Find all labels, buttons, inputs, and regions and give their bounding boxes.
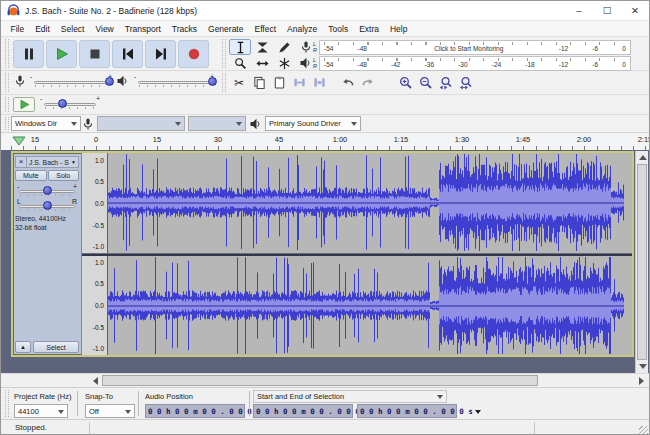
selection-tool-button[interactable] <box>229 39 251 55</box>
collapse-track-button[interactable]: ▲ <box>15 341 31 353</box>
menu-edit[interactable]: Edit <box>30 24 56 34</box>
selection-end-field[interactable]: 0 0 h 0 0 m 0 0 . 0 0 0 s <box>357 404 457 418</box>
close-button[interactable]: ✕ <box>621 1 649 20</box>
toolbar-grip[interactable] <box>5 390 9 417</box>
menu-analyze[interactable]: Analyze <box>282 24 323 34</box>
toolbar-grip[interactable] <box>5 39 9 68</box>
playback-volume-slider[interactable]: - + <box>133 75 215 88</box>
selection-start-field[interactable]: 0 0 h 0 0 m 0 0 . 0 0 0 s <box>253 404 353 418</box>
toolbar-grip[interactable] <box>5 117 9 130</box>
copy-button[interactable] <box>249 73 269 92</box>
toolbar-grip[interactable] <box>222 39 226 68</box>
play-button[interactable] <box>46 40 77 68</box>
zoom-tool-button[interactable] <box>229 55 251 71</box>
separator <box>77 391 78 416</box>
skip-to-start-button[interactable] <box>112 40 143 68</box>
menu-select[interactable]: Select <box>55 24 90 34</box>
slider-thumb[interactable] <box>58 99 67 108</box>
skip-to-end-button[interactable] <box>145 40 176 68</box>
menu-help[interactable]: Help <box>384 24 412 34</box>
playback-device-select[interactable]: Primary Sound Driver <box>265 116 361 131</box>
menu-file[interactable]: File <box>5 24 30 34</box>
slider-thumb[interactable] <box>43 201 52 210</box>
right-waveform[interactable] <box>108 256 632 356</box>
zoom-out-button[interactable] <box>416 73 436 92</box>
undo-button[interactable] <box>338 73 358 92</box>
menu-effect[interactable]: Effect <box>249 24 282 34</box>
toolbar-grip[interactable] <box>222 73 226 92</box>
field-dropdown-icon[interactable] <box>475 410 481 417</box>
toolbar-grip[interactable] <box>5 97 9 112</box>
zoom-in-button[interactable] <box>396 73 416 92</box>
draw-tool-button[interactable] <box>273 39 295 55</box>
redo-button[interactable] <box>358 73 378 92</box>
pause-button[interactable] <box>13 40 44 68</box>
audio-position-field[interactable]: 0 0 h 0 0 m 0 0 . 0 0 0 s <box>145 404 245 418</box>
audio-host-select[interactable]: Windows Dir <box>11 116 81 131</box>
selection-mode-select[interactable]: Start and End of Selection <box>253 390 447 403</box>
recording-channels-select[interactable] <box>188 116 246 131</box>
solo-button[interactable]: Solo <box>48 170 80 181</box>
envelope-tool-button[interactable] <box>251 39 273 55</box>
snap-to-select[interactable]: Off <box>85 404 135 418</box>
vertical-ruler[interactable]: 1.00.50.0-0.5-1.0 <box>82 256 108 356</box>
trim-audio-button[interactable] <box>289 73 309 92</box>
vertical-scroll-thumb[interactable] <box>637 164 647 360</box>
left-waveform-canvas[interactable] <box>108 153 632 252</box>
horizontal-scroll-thumb[interactable] <box>102 375 538 386</box>
stop-button[interactable] <box>79 40 110 68</box>
gain-slider[interactable]: - + <box>15 183 79 196</box>
maximize-button[interactable]: ☐ <box>593 1 621 20</box>
menu-tools[interactable]: Tools <box>323 24 354 34</box>
track-title[interactable]: J.S. Bach - S <box>27 159 71 166</box>
vertical-ruler[interactable]: 1.00.50.0-0.5-1.0 <box>82 153 108 253</box>
select-track-button[interactable]: Select <box>33 341 79 353</box>
timeline-ruler[interactable]: 1501530451:001:151:301:452:002:15 <box>1 133 649 151</box>
zoom-selection-button[interactable] <box>436 73 456 92</box>
audio-track[interactable]: × J.S. Bach - S ▼ Mute Solo - + L <box>11 151 634 357</box>
menu-generate[interactable]: Generate <box>203 24 249 34</box>
recording-device-select[interactable] <box>97 116 185 131</box>
vertical-scrollbar[interactable] <box>635 151 648 373</box>
scroll-up-button[interactable] <box>636 151 649 164</box>
vruler-label: 0.0 <box>95 199 104 206</box>
project-rate-select[interactable]: 44100 <box>14 404 68 418</box>
toolbar-grip[interactable] <box>5 73 9 92</box>
resize-grip[interactable] <box>639 426 648 435</box>
right-waveform-canvas[interactable] <box>108 256 632 355</box>
timeline-options-icon[interactable] <box>12 136 26 146</box>
chevron-down-icon <box>351 122 357 129</box>
playback-meter[interactable]: LR -54-48-42-36-30-24-18-12-60 <box>299 55 631 71</box>
menu-tracks[interactable]: Tracks <box>166 24 202 34</box>
recording-meter[interactable]: LR -54-48-42-36-30-24-18-12-60 Click to … <box>299 39 631 55</box>
slider-thumb[interactable] <box>105 77 114 86</box>
play-at-speed-button[interactable] <box>13 97 35 112</box>
timeshift-tool-button[interactable] <box>251 55 273 71</box>
menu-transport[interactable]: Transport <box>119 24 166 34</box>
left-waveform[interactable] <box>108 153 632 253</box>
menu-view[interactable]: View <box>90 24 119 34</box>
menu-extra[interactable]: Extra <box>354 24 385 34</box>
scroll-down-button[interactable] <box>636 360 649 373</box>
recording-volume-slider[interactable]: - + <box>29 75 113 88</box>
mute-button[interactable]: Mute <box>15 170 47 181</box>
horizontal-scrollbar[interactable] <box>1 373 649 387</box>
slider-thumb[interactable] <box>208 77 217 86</box>
track-close-button[interactable]: × <box>16 157 27 167</box>
minimize-button[interactable]: – <box>565 1 593 20</box>
slider-thumb[interactable] <box>43 186 52 195</box>
scroll-left-button[interactable] <box>89 374 102 387</box>
monitor-hint[interactable]: Click to Start Monitoring <box>379 45 559 52</box>
pan-slider[interactable]: L R <box>15 198 79 211</box>
paste-button[interactable] <box>269 73 289 92</box>
playback-speed-slider[interactable]: - + <box>39 97 101 110</box>
zoom-fit-button[interactable] <box>456 73 476 92</box>
recording-meter-scale[interactable]: -54-48-42-36-30-24-18-12-60 Click to Sta… <box>319 40 631 55</box>
track-menu-arrow-icon[interactable]: ▼ <box>71 159 78 165</box>
silence-audio-button[interactable] <box>309 73 329 92</box>
multi-tool-button[interactable] <box>273 55 295 71</box>
record-button[interactable] <box>178 40 209 68</box>
scroll-right-button[interactable] <box>635 374 648 387</box>
cut-button[interactable]: ✂ <box>229 73 249 92</box>
playback-meter-scale[interactable]: -54-48-42-36-30-24-18-12-60 <box>319 56 631 71</box>
